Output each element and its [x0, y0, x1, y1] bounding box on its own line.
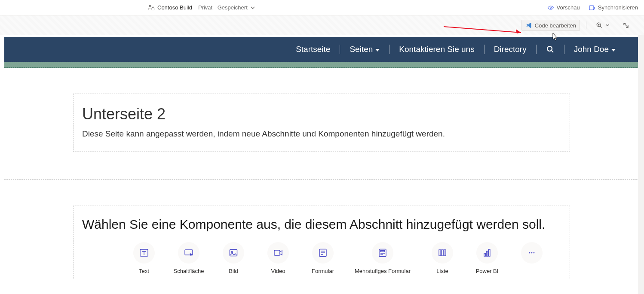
svg-point-23 — [531, 252, 533, 254]
content-section[interactable]: Unterseite 2 Diese Seite kann angepasst … — [73, 94, 570, 152]
toolbar-separator — [586, 21, 586, 29]
component-text[interactable]: Text — [131, 242, 157, 274]
expand-icon — [623, 22, 629, 29]
component-list[interactable]: Liste — [429, 242, 455, 274]
page-title: Unterseite 2 — [82, 105, 561, 123]
chevron-down-icon — [605, 23, 610, 27]
app-site-status: - Privat - Gespeichert — [195, 4, 248, 11]
caret-down-icon — [375, 49, 380, 52]
component-picker-area: Wählen Sie eine Komponente aus, die dies… — [4, 180, 639, 294]
component-prompt: Wählen Sie eine Komponente aus, die dies… — [82, 217, 561, 232]
svg-rect-19 — [484, 253, 486, 256]
app-top-bar: Contoso Build - Privat - Gespeichert Vor… — [0, 0, 644, 15]
nav-user-label: John Doe — [574, 45, 609, 54]
app-title-group[interactable]: Contoso Build - Privat - Gespeichert — [148, 4, 255, 11]
component-list-label: Liste — [436, 268, 448, 274]
page-content-area: Unterseite 2 Diese Seite kann angepasst … — [4, 68, 639, 152]
form-icon — [312, 242, 334, 264]
svg-point-11 — [231, 251, 233, 252]
nav-directory-label: Directory — [494, 45, 527, 54]
svg-rect-1 — [152, 8, 154, 10]
nav-pages-label: Seiten — [350, 45, 373, 54]
caret-down-icon — [611, 49, 616, 52]
page-description: Diese Seite kann angepasst werden, indem… — [82, 129, 561, 139]
powerbi-icon — [476, 242, 498, 264]
sync-label: Synchronisieren — [598, 4, 638, 11]
design-canvas: Startseite Seiten Kontaktieren Sie uns D… — [4, 37, 639, 294]
site-nav: Startseite Seiten Kontaktieren Sie uns D… — [4, 37, 639, 62]
component-video-label: Video — [271, 268, 285, 274]
component-image-label: Bild — [229, 268, 238, 274]
editor-toolbar: Code bearbeiten — [0, 15, 644, 35]
eye-icon — [547, 4, 554, 11]
svg-rect-21 — [488, 249, 490, 256]
chevron-down-icon[interactable] — [250, 5, 255, 10]
component-powerbi-label: Power BI — [476, 268, 499, 274]
nav-contact-label: Kontaktieren Sie uns — [399, 45, 474, 54]
svg-point-22 — [529, 252, 531, 254]
svg-rect-12 — [274, 250, 280, 255]
nav-contact[interactable]: Kontaktieren Sie uns — [389, 37, 484, 62]
sync-cloud-icon — [589, 4, 595, 11]
app-site-name: Contoso Build — [157, 4, 192, 11]
component-form-label: Formular — [312, 268, 334, 274]
preview-label: Vorschau — [557, 4, 580, 11]
svg-point-24 — [534, 252, 535, 254]
text-icon — [133, 242, 155, 264]
component-image[interactable]: Bild — [221, 242, 246, 274]
svg-rect-16 — [439, 250, 441, 256]
vertical-scrollbar[interactable] — [638, 35, 644, 294]
sync-button[interactable]: Synchronisieren — [589, 4, 638, 11]
component-row: Text Schaltfläche Bild — [82, 242, 561, 274]
component-video[interactable]: Video — [265, 242, 291, 274]
svg-rect-20 — [486, 251, 488, 256]
zoom-button[interactable] — [592, 20, 613, 30]
svg-rect-10 — [230, 250, 237, 256]
code-edit-label: Code bearbeiten — [535, 22, 576, 29]
people-lock-icon — [148, 4, 155, 11]
svg-point-2 — [550, 7, 551, 8]
nav-home[interactable]: Startseite — [286, 37, 340, 62]
component-form[interactable]: Formular — [310, 242, 336, 274]
svg-rect-15 — [380, 251, 385, 252]
component-powerbi[interactable]: Power BI — [474, 242, 500, 274]
accent-strip — [4, 62, 639, 68]
more-icon — [521, 242, 543, 264]
image-icon — [223, 242, 244, 264]
component-picker-section[interactable]: Wählen Sie eine Komponente aus, die dies… — [73, 206, 570, 279]
component-multistep-form-label: Mehrstufiges Formular — [355, 268, 411, 274]
vscode-icon — [525, 22, 532, 29]
svg-rect-3 — [589, 6, 594, 10]
list-icon — [432, 242, 453, 264]
nav-home-label: Startseite — [296, 45, 330, 54]
svg-rect-18 — [444, 250, 446, 256]
nav-search[interactable] — [537, 37, 564, 62]
component-more-label — [531, 268, 533, 274]
component-button[interactable]: Schaltfläche — [176, 242, 202, 274]
fullscreen-button[interactable] — [619, 20, 633, 30]
svg-point-7 — [547, 46, 552, 51]
video-icon — [267, 242, 289, 264]
component-text-label: Text — [139, 268, 149, 274]
search-icon — [546, 45, 555, 54]
svg-point-0 — [149, 5, 151, 6]
code-edit-button[interactable]: Code bearbeiten — [521, 20, 580, 31]
multistep-form-icon — [372, 242, 393, 264]
zoom-in-icon — [596, 22, 603, 29]
svg-rect-17 — [442, 250, 443, 256]
component-button-label: Schaltfläche — [174, 268, 204, 274]
nav-user[interactable]: John Doe — [564, 37, 625, 62]
nav-pages[interactable]: Seiten — [340, 37, 389, 62]
preview-button[interactable]: Vorschau — [547, 4, 580, 11]
component-multistep-form[interactable]: Mehrstufiges Formular — [355, 242, 411, 274]
button-icon — [178, 242, 199, 264]
component-more[interactable] — [519, 242, 545, 274]
nav-directory[interactable]: Directory — [485, 37, 536, 62]
